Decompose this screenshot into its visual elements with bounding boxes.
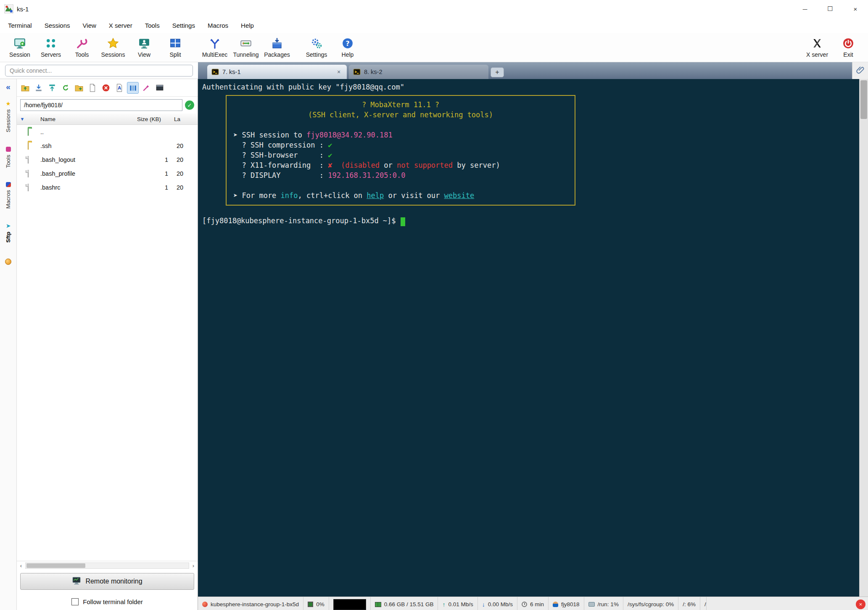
status-close-icon[interactable]: × xyxy=(856,599,865,609)
close-button[interactable]: × xyxy=(843,0,868,18)
column-header-last[interactable]: La xyxy=(174,116,198,122)
file-row-bash-logout[interactable]: .bash_logout 1 20 xyxy=(17,153,198,166)
banner-ssh-compression-line: ? SSH compression : ✔ xyxy=(233,140,568,150)
toolbar-split-button[interactable]: Split xyxy=(160,36,191,59)
terminal[interactable]: Authenticating with public key "fjy8018@… xyxy=(198,79,868,597)
toolbar-tunneling-button[interactable]: Tunneling xyxy=(230,36,261,59)
toolbar-sessions-button[interactable]: Sessions xyxy=(98,36,129,59)
terminal-scrollbar-thumb[interactable] xyxy=(860,80,867,119)
main-area: « ★ Sessions Tools Macros ➤ Sftp xyxy=(0,79,868,610)
toolbar-settings-button[interactable]: Settings xyxy=(301,36,332,59)
app-icon xyxy=(4,4,13,13)
delete-icon[interactable] xyxy=(100,82,112,94)
file-icon xyxy=(28,170,29,177)
edit-wand-icon[interactable] xyxy=(140,82,152,94)
tab-close-icon[interactable]: × xyxy=(335,69,343,75)
sidebar-tab-sftp[interactable]: ➤ Sftp xyxy=(5,223,11,243)
terminal-text: Authenticating with public key "fjy8018@… xyxy=(202,83,404,91)
minimize-button[interactable]: ─ xyxy=(792,0,818,18)
toolbar-xserver-button[interactable]: X server xyxy=(802,36,833,59)
tree-expander-icon[interactable]: ▼ xyxy=(17,116,28,121)
terminal-tab-icon xyxy=(211,68,219,76)
banner-info-line: ➤ For more info, ctrl+click on help or v… xyxy=(233,190,568,201)
menu-macros[interactable]: Macros xyxy=(201,22,235,29)
terminal-sync-icon[interactable] xyxy=(154,82,166,94)
terminal-link[interactable]: website xyxy=(444,191,475,200)
servers-icon xyxy=(44,37,58,50)
toolbar-label: MultiExec xyxy=(202,51,228,58)
maximize-button[interactable]: ☐ xyxy=(818,0,843,18)
file-row-ssh[interactable]: .ssh 20 xyxy=(17,139,198,153)
welcome-banner: ? MobaXterm 11.1 ? (SSH client, X-server… xyxy=(226,95,575,206)
column-header-name[interactable]: Name xyxy=(40,116,137,122)
sftp-path-row: ✓ xyxy=(17,97,198,114)
toolbar-help-button[interactable]: ? Help xyxy=(332,36,363,59)
toolbar-label: Session xyxy=(9,51,30,58)
tab-ks-1[interactable]: 7. ks-1 × xyxy=(207,65,347,79)
sftp-path-input[interactable] xyxy=(20,99,182,111)
menu-tools[interactable]: Tools xyxy=(139,22,166,29)
menu-view[interactable]: View xyxy=(77,22,103,29)
file-row-parent[interactable]: .. xyxy=(17,125,198,139)
quick-connect-input[interactable] xyxy=(5,65,193,77)
collapse-sidebar-icon[interactable]: « xyxy=(6,82,11,92)
disk-icon xyxy=(588,602,595,607)
terminal-scrollbar[interactable] xyxy=(859,79,868,597)
toolbar-session-button[interactable]: Session xyxy=(4,36,35,59)
toolbar-right-group: X server Exit xyxy=(802,36,864,59)
status-user: fjy8018 xyxy=(549,597,584,610)
scroll-left-icon[interactable]: ‹ xyxy=(17,562,25,569)
upload-icon[interactable] xyxy=(46,82,58,94)
terminal-link[interactable]: help xyxy=(367,191,384,200)
banner-ssh-session-line: ➤ SSH session to fjy8018@34.92.90.181 xyxy=(233,130,568,140)
column-header-size[interactable]: Size (KB) xyxy=(137,116,174,122)
menu-terminal[interactable]: Terminal xyxy=(2,22,38,29)
sidebar-tab-tools[interactable]: Tools xyxy=(5,147,11,168)
session-icon xyxy=(13,37,26,50)
toolbar-view-button[interactable]: View xyxy=(129,36,160,59)
menu-help[interactable]: Help xyxy=(235,22,260,29)
view-icon xyxy=(137,37,151,50)
titlebar: ks-1 ─ ☐ × xyxy=(0,0,868,18)
folder-up-icon[interactable] xyxy=(19,82,31,94)
sidebar-tab-sessions[interactable]: ★ Sessions xyxy=(5,101,11,132)
scroll-right-icon[interactable]: › xyxy=(189,562,198,569)
scrollbar-track[interactable] xyxy=(25,562,189,569)
terminal-text: ✔ xyxy=(328,151,332,159)
toolbar-tools-button[interactable]: Tools xyxy=(66,36,98,59)
follow-terminal-checkbox[interactable] xyxy=(71,598,79,605)
new-file-icon[interactable] xyxy=(87,82,98,94)
encoding-icon[interactable]: A xyxy=(113,82,125,94)
new-tab-button[interactable]: + xyxy=(491,67,504,77)
sftp-horizontal-scrollbar[interactable]: ‹ › xyxy=(17,561,198,570)
refresh-icon[interactable] xyxy=(60,82,71,94)
paperclip-icon[interactable] xyxy=(856,65,865,76)
tab-ks-2[interactable]: 8. ks-2 xyxy=(349,65,488,79)
terminal-text: , ctrl+click on xyxy=(298,191,367,200)
menu-settings[interactable]: Settings xyxy=(166,22,201,29)
new-folder-icon[interactable] xyxy=(73,82,85,94)
scrollbar-thumb[interactable] xyxy=(26,563,85,568)
banner-subtitle: (SSH client, X-server and networking too… xyxy=(233,110,568,120)
remote-monitoring-button[interactable]: Remote monitoring xyxy=(20,573,194,590)
file-row-bashrc[interactable]: .bashrc 1 20 xyxy=(17,180,198,194)
toolbar-exit-button[interactable]: Exit xyxy=(833,36,864,59)
download-icon[interactable] xyxy=(33,82,45,94)
toolbar-label: Servers xyxy=(41,51,61,58)
terminal-text xyxy=(332,161,340,169)
file-icon xyxy=(28,156,29,164)
toolbar-multiexec-button[interactable]: MultiExec xyxy=(199,36,230,59)
upload-arrow-icon: ↑ xyxy=(442,601,445,608)
menu-xserver[interactable]: X server xyxy=(103,22,139,29)
sidebar-tab-macros[interactable]: Macros xyxy=(5,182,11,209)
sidebar-strip: « ★ Sessions Tools Macros ➤ Sftp xyxy=(0,79,17,610)
status-upload-text: 0.01 Mb/s xyxy=(448,601,473,607)
toolbar-servers-button[interactable]: Servers xyxy=(35,36,66,59)
status-user-text: fjy8018 xyxy=(561,601,580,607)
toolbar-packages-button[interactable]: Packages xyxy=(261,36,293,59)
terminal-text: (SSH client, X-server and networking too… xyxy=(308,111,493,119)
menu-sessions[interactable]: Sessions xyxy=(38,22,77,29)
tools-icon xyxy=(75,37,89,50)
file-row-bash-profile[interactable]: .bash_profile 1 20 xyxy=(17,166,198,180)
columns-view-icon[interactable] xyxy=(127,82,139,94)
